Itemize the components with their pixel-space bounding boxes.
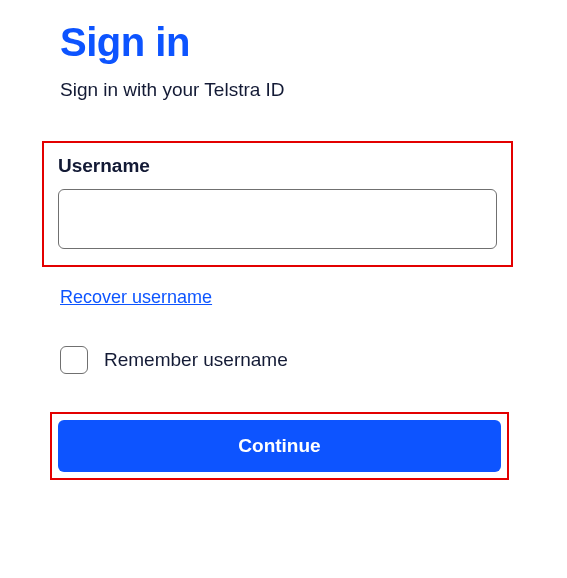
remember-row: Remember username	[60, 346, 507, 374]
remember-checkbox[interactable]	[60, 346, 88, 374]
username-input[interactable]	[58, 189, 497, 249]
continue-button[interactable]: Continue	[58, 420, 501, 472]
page-subtitle: Sign in with your Telstra ID	[60, 79, 507, 101]
remember-label: Remember username	[104, 349, 288, 371]
continue-button-highlight: Continue	[50, 412, 509, 480]
recover-username-link[interactable]: Recover username	[60, 287, 212, 308]
page-title: Sign in	[60, 20, 507, 65]
username-field-group: Username	[42, 141, 513, 267]
username-label: Username	[58, 155, 497, 177]
